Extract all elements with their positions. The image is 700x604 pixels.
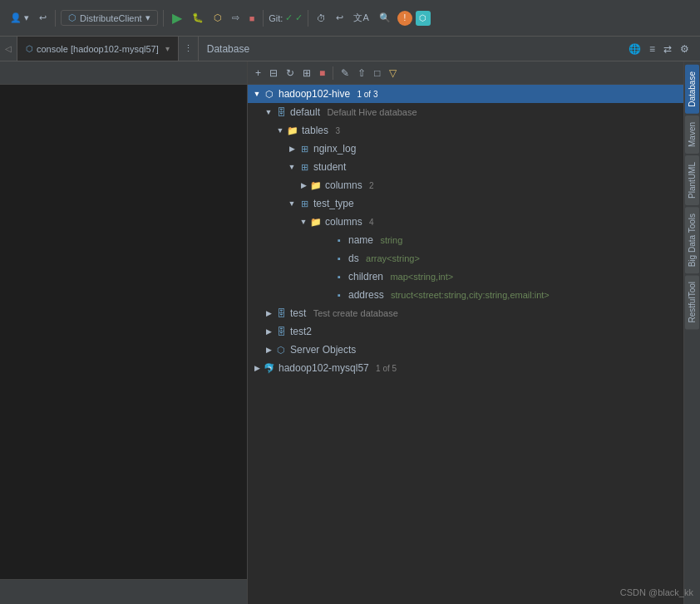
columns-testtype-badge: 4 xyxy=(369,218,374,227)
run-btn[interactable]: ▶ xyxy=(169,8,185,27)
coverage-btn[interactable]: ⬡ xyxy=(210,11,225,25)
divider-1 xyxy=(55,10,56,27)
profile-run-btn[interactable]: ⇨ xyxy=(229,11,243,25)
right-panel: + ⊟ ↻ ⊞ ■ ✎ ⇧ □ ▽ ▼ ⬡ hadoop102-hive 1 o… xyxy=(248,61,683,604)
tree-item-hadoop102-hive[interactable]: ▼ ⬡ hadoop102-hive 1 of 3 xyxy=(248,85,683,103)
tree-item-student[interactable]: ▼ ⊞ student xyxy=(248,158,683,176)
arrow-test-type: ▼ xyxy=(286,198,298,209)
tree-item-server-objects[interactable]: ▶ ⬡ Server Objects xyxy=(248,341,683,359)
tab-kebab[interactable]: ⋮ xyxy=(179,37,199,61)
tree-container[interactable]: ▼ ⬡ hadoop102-hive 1 of 3 ▼ 🗄 default De… xyxy=(248,85,683,604)
left-tab-edge: ◁ xyxy=(0,37,17,61)
tree-item-default[interactable]: ▼ 🗄 default Default Hive database xyxy=(248,103,683,121)
minus-btn[interactable]: ⊟ xyxy=(267,66,280,81)
console-btn[interactable]: □ xyxy=(372,66,382,81)
settings-btn2[interactable]: ⚙ xyxy=(678,42,692,56)
db-divider xyxy=(333,66,333,80)
table-icon-nginx: ⊞ xyxy=(298,142,311,155)
col-children-label: children xyxy=(348,271,383,282)
history-btn[interactable]: ⏱ xyxy=(313,12,329,25)
stop-db-btn[interactable]: ■ xyxy=(317,66,328,81)
translate-btn[interactable]: 文A xyxy=(350,10,372,26)
sidebar-tab-database[interactable]: Database xyxy=(685,65,699,114)
sidebar-tab-restful[interactable]: RestfulTool xyxy=(685,275,699,329)
col-icon-ds: ▪ xyxy=(333,252,346,265)
tree-item-columns-student[interactable]: ▶ 📁 columns 2 xyxy=(248,176,683,194)
tree-item-hadoop102-mysql57[interactable]: ▶ 🐬 hadoop102-mysql57 1 of 5 xyxy=(248,359,683,377)
tree-item-tables[interactable]: ▼ 📁 tables 3 xyxy=(248,121,683,140)
undo-btn[interactable]: ↩ xyxy=(333,11,347,25)
arrow-nginx-log: ▶ xyxy=(286,143,298,155)
tab-bar: ◁ ⬡ console [hadoop102-mysql57] ▾ ⋮ Data… xyxy=(0,37,700,61)
arrow-default: ▼ xyxy=(263,106,274,118)
sidebar-tab-plantuml[interactable]: PlantUML xyxy=(685,155,699,205)
arrow-test2: ▶ xyxy=(263,326,274,337)
hive-badge: 1 of 3 xyxy=(357,90,377,99)
top-toolbar: 👤 ▾ ↩ ⬡ DistributeClient ▾ ▶ 🐛 ⬡ ⇨ ■ Git… xyxy=(0,0,700,37)
test2-label: test2 xyxy=(290,326,312,337)
tree-item-col-children[interactable]: ▪ children map<string,int> xyxy=(248,268,683,286)
debug-btn[interactable]: 🐛 xyxy=(189,11,207,25)
test-comment: Test create database xyxy=(313,308,398,318)
tree-item-test2[interactable]: ▶ 🗄 test2 xyxy=(248,322,683,341)
col-name-label: name xyxy=(348,234,373,246)
col-name-type: string xyxy=(380,235,402,245)
sort-btn[interactable]: ≡ xyxy=(647,42,658,56)
tab-console[interactable]: ⬡ console [hadoop102-mysql57] ▾ xyxy=(17,37,179,61)
db-icon-test: 🗄 xyxy=(274,307,288,320)
tree-item-col-ds[interactable]: ▪ ds array<string> xyxy=(248,249,683,268)
distribute-dropdown[interactable]: ⬡ DistributeClient ▾ xyxy=(61,10,158,26)
git-section: Git: ✓ ✓ xyxy=(269,12,303,23)
git-check2: ✓ xyxy=(295,12,303,23)
table-icon-student: ⊞ xyxy=(298,160,311,174)
refresh-btn[interactable]: ↻ xyxy=(283,66,297,81)
stop-btn[interactable]: ■ xyxy=(246,12,259,25)
profile-btn[interactable]: 👤 ▾ xyxy=(7,11,32,25)
teal-action-btn[interactable]: ⬡ xyxy=(416,11,431,26)
expand-btn[interactable]: ⊞ xyxy=(300,66,313,81)
col-icon-name: ▪ xyxy=(333,233,346,247)
tables-label: tables xyxy=(302,125,328,136)
divider-4 xyxy=(308,10,308,27)
tree-item-columns-testtype[interactable]: ▼ 📁 columns 4 xyxy=(248,213,683,231)
col-icon-children: ▪ xyxy=(333,270,346,283)
notification-btn[interactable]: ! xyxy=(397,11,412,26)
tree-item-test[interactable]: ▶ 🗄 test Test create database xyxy=(248,304,683,322)
back-btn[interactable]: ↩ xyxy=(36,11,50,25)
test-label: test xyxy=(290,307,306,319)
divider-3 xyxy=(263,10,264,27)
nginx-log-label: nginx_log xyxy=(313,143,356,155)
arrow-hadoop102-hive: ▼ xyxy=(251,88,263,100)
jump-btn[interactable]: ⇧ xyxy=(355,66,368,81)
left-panel xyxy=(0,61,248,604)
columns-student-label: columns xyxy=(325,179,362,191)
right-sidebar: Database Maven PlantUML Big Data Tools R… xyxy=(683,61,700,604)
tree-item-col-address[interactable]: ▪ address struct<street:string,city:stri… xyxy=(248,286,683,304)
db-icon-default: 🗄 xyxy=(274,106,288,119)
filter-btn2[interactable]: ⇄ xyxy=(661,42,674,56)
col-ds-label: ds xyxy=(348,253,359,264)
arrow-tables: ▼ xyxy=(274,125,286,136)
folder-icon-cols-student: 📁 xyxy=(309,179,323,192)
globe-btn[interactable]: 🌐 xyxy=(626,42,643,56)
mysql57-label: hadoop102-mysql57 xyxy=(279,362,369,374)
panel-actions: 🌐 ≡ ⇄ ⚙ xyxy=(618,37,700,61)
table-icon-test-type: ⊞ xyxy=(298,197,311,210)
arrow-hadoop102-mysql57: ▶ xyxy=(251,362,263,374)
filter-btn[interactable]: ▽ xyxy=(387,66,399,81)
student-label: student xyxy=(313,161,346,173)
left-panel-header xyxy=(0,61,247,85)
main-layout: + ⊟ ↻ ⊞ ■ ✎ ⇧ □ ▽ ▼ ⬡ hadoop102-hive 1 o… xyxy=(0,61,700,604)
edit-btn[interactable]: ✎ xyxy=(338,66,352,81)
tree-item-test-type[interactable]: ▼ ⊞ test_type xyxy=(248,194,683,213)
add-btn[interactable]: + xyxy=(253,66,264,81)
tree-item-nginx-log[interactable]: ▶ ⊞ nginx_log xyxy=(248,140,683,158)
default-comment: Default Hive database xyxy=(327,107,417,117)
tree-item-col-name[interactable]: ▪ name string xyxy=(248,231,683,249)
mysql57-badge: 1 of 5 xyxy=(376,364,397,373)
sidebar-tab-maven[interactable]: Maven xyxy=(685,115,699,154)
divider-2 xyxy=(163,10,164,27)
search-btn[interactable]: 🔍 xyxy=(376,11,394,25)
distribute-label: DistributeClient xyxy=(80,13,142,23)
sidebar-tab-bigdata[interactable]: Big Data Tools xyxy=(685,207,699,273)
